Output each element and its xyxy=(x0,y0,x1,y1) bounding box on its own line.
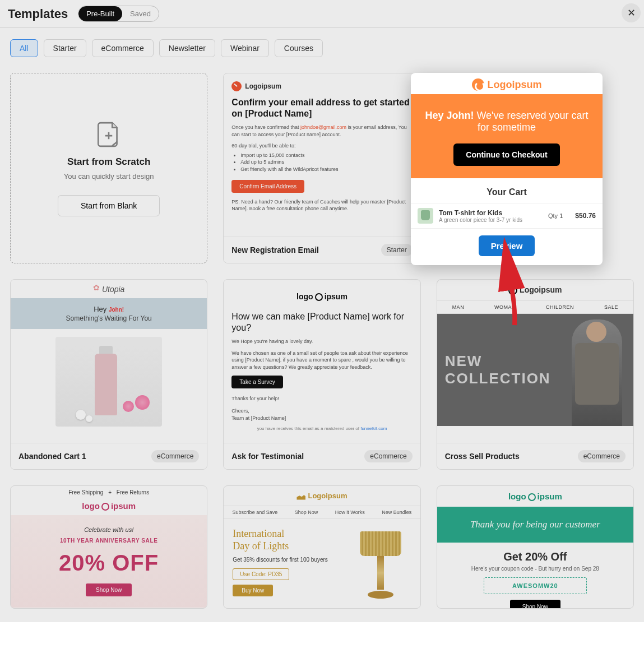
product-image xyxy=(55,337,162,427)
template-card-testimonial[interactable]: logoipsum How we can make [Product Name]… xyxy=(223,279,420,470)
filter-all[interactable]: All xyxy=(10,39,38,57)
close-icon: ✕ xyxy=(627,7,636,19)
brand-icon xyxy=(231,81,242,91)
globe-icon xyxy=(101,503,109,511)
new-file-icon xyxy=(95,121,123,149)
card-category-badge: eCommerce xyxy=(364,450,412,462)
confirm-email-button: Confirm Email Address xyxy=(231,180,304,193)
globe-icon xyxy=(528,493,536,501)
flower-icon xyxy=(93,284,101,292)
continue-checkout-button: Continue to Checkout xyxy=(453,143,559,166)
buy-now-button: Buy Now xyxy=(233,585,273,596)
shop-now-button: Shop Now xyxy=(86,583,132,596)
tab-prebuilt[interactable]: Pre-Built xyxy=(78,6,122,21)
promo-code: Use Code: PD35 xyxy=(233,568,289,580)
coupon-code: AWESOMW20 xyxy=(484,577,587,594)
card-title: New Registration Email xyxy=(231,246,319,254)
cart-line-item: Tom T-shirt for Kids A green color piece… xyxy=(411,203,603,229)
card-preview: Utopia Hey John! Something's Waiting For… xyxy=(11,280,207,443)
brand-icon xyxy=(508,286,517,295)
tab-saved[interactable]: Saved xyxy=(122,6,159,21)
brand-logo: Logoipsum xyxy=(411,73,603,94)
page-title: Templates xyxy=(8,7,68,21)
preview-button[interactable]: Preview xyxy=(479,235,535,256)
product-thumbnail xyxy=(418,208,433,224)
card-category-badge: eCommerce xyxy=(578,450,626,462)
lamp-image xyxy=(350,528,411,601)
card-preview: Logoipsum MAN WOMAN CHILDREN SALE NEW CO… xyxy=(437,280,633,443)
template-source-toggle: Pre-Built Saved xyxy=(78,6,159,22)
shop-now-button: Shop Now xyxy=(510,600,560,608)
card-preview: Logoipsum Confirm your email address to … xyxy=(224,73,420,237)
template-card-hover-abandoned-checkout[interactable]: Logoipsum Hey John! We've reserved your … xyxy=(411,73,603,265)
template-card-sale[interactable]: Free Shipping + Free Returns logoipsum C… xyxy=(10,485,207,609)
survey-button: Take a Survey xyxy=(231,376,282,388)
brand-icon xyxy=(472,78,484,91)
card-title: Cross Sell Products xyxy=(445,452,520,461)
template-card-thankyou[interactable]: logoipsum Thank you for being our custom… xyxy=(437,485,634,609)
scratch-title: Start from Scratch xyxy=(67,156,150,168)
close-button[interactable]: ✕ xyxy=(622,3,641,22)
card-category-badge: eCommerce xyxy=(151,450,199,462)
filter-row: All Starter eCommerce Newsletter Webinar… xyxy=(0,28,644,59)
card-title: Ask for Testimonial xyxy=(231,452,304,461)
hero-banner: Hey John! We've reserved your cart for s… xyxy=(411,94,603,178)
template-card-abandoned-cart[interactable]: Utopia Hey John! Something's Waiting For… xyxy=(10,279,207,470)
start-from-scratch-card: Start from Scratch You can quickly start… xyxy=(10,73,207,263)
cart-title: Your Cart xyxy=(411,178,603,203)
filter-starter[interactable]: Starter xyxy=(44,39,86,57)
card-preview: logoipsum How we can make [Product Name]… xyxy=(224,280,420,443)
model-image xyxy=(572,319,622,426)
filter-ecommerce[interactable]: eCommerce xyxy=(92,39,154,57)
template-card-lights[interactable]: Logoipsum Subscribe and Save Shop Now Ho… xyxy=(223,485,420,609)
header-bar: Templates Pre-Built Saved ✕ xyxy=(0,0,644,28)
filter-courses[interactable]: Courses xyxy=(275,39,323,57)
template-card-cross-sell[interactable]: Logoipsum MAN WOMAN CHILDREN SALE NEW CO… xyxy=(437,279,634,470)
card-preview: logoipsum Thank you for being our custom… xyxy=(437,486,633,608)
filter-newsletter[interactable]: Newsletter xyxy=(159,39,215,57)
card-preview: Logoipsum Subscribe and Save Shop Now Ho… xyxy=(224,486,420,608)
card-category-badge: Starter xyxy=(381,244,413,256)
card-preview: Free Shipping + Free Returns logoipsum C… xyxy=(11,486,207,608)
scratch-subtitle: You can quickly start design xyxy=(64,172,154,180)
filter-webinar[interactable]: Webinar xyxy=(221,39,269,57)
globe-icon xyxy=(315,293,323,301)
start-blank-button[interactable]: Start from Blank xyxy=(58,195,160,216)
card-title: Abandoned Cart 1 xyxy=(18,452,86,461)
template-card-registration[interactable]: Logoipsum Confirm your email address to … xyxy=(223,73,420,263)
brand-icon xyxy=(296,493,305,500)
